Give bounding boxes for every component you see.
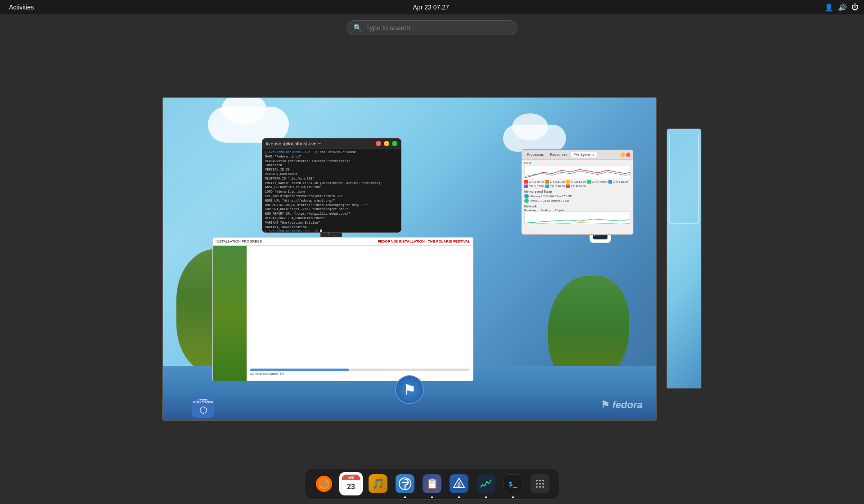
dock-item-terminal[interactable]: $_ (501, 472, 525, 495)
power-icon[interactable]: ⏻ (851, 3, 859, 11)
appgrid-svg (535, 478, 545, 489)
terminal-line: PRETTY_NAME="Fedora Linux 38 (Workstatio… (265, 181, 398, 186)
terminal-prompt-line: [liveuser@localhost-live ~]$ (265, 230, 398, 232)
cpu-section: CPU CPU1 86.7% (524, 162, 630, 188)
dock-item-appgrid[interactable] (528, 472, 552, 495)
memory-icon (524, 194, 529, 198)
terminal-line: HOME_URL="https://fedoraproject.org/" (265, 199, 398, 203)
cloud2 (503, 125, 566, 152)
terminal-line: PLATFORM_ID="platform:f38" (265, 177, 398, 181)
terminal-line: REDHAT_BUGZILLA_PRODUCT="Fedora" (265, 216, 398, 221)
memory-title: Memory and Swap (524, 190, 630, 193)
install-title: INSTALLATION PROGRESS (216, 239, 262, 243)
install-titlebar: INSTALLATION PROGRESS FEDORA 38 INSTALLA… (213, 238, 473, 246)
swap-row: Swap 1.7 GB 51 (MB) of 2.0 GB (524, 198, 630, 203)
terminal-line: LOGO=fedora-logo-icon (265, 190, 398, 194)
cpu-bar-8: CPU8 40.8% (566, 184, 586, 188)
terminal-line: ID=fedora (265, 163, 398, 168)
terminal-dock-symbol: $_ (508, 480, 517, 488)
volume-icon[interactable]: 🔊 (838, 3, 847, 12)
sysmon-tab-processes[interactable]: Processes (524, 152, 546, 158)
install-window: INSTALLATION PROGRESS FEDORA 38 INSTALLA… (212, 237, 473, 381)
svg-point-11 (539, 480, 541, 482)
rhythmbox-symbol: 🎵 (372, 478, 384, 490)
dock-item-calendar[interactable]: APR 23 (339, 472, 363, 495)
sysmon-dock-icon (477, 474, 495, 493)
terminal-min-btn[interactable] (384, 141, 389, 146)
cpu-bars: CPU1 86.7% CPU2 51.0% CPU3 13.6% CP (524, 180, 630, 188)
firefox-icon-svg (315, 475, 333, 492)
dock-item-anaconda[interactable] (447, 472, 471, 495)
search-container: 🔍 (346, 20, 518, 35)
anaconda-icon (450, 474, 468, 493)
dock-item-sysmon[interactable] (474, 472, 498, 495)
dock-item-fedora-logo[interactable] (393, 472, 417, 495)
firefox-icon-bg (315, 474, 333, 493)
sysmon-min-btn[interactable] (621, 153, 625, 157)
terminal-line: VERSION="38 (Workstation Edition Prerele… (265, 159, 398, 164)
terminal-line: DOCUMENTATION_URL="https://docs.fedorapr… (265, 203, 398, 208)
activities-button[interactable]: Activities (5, 3, 37, 12)
sysmon-tab-filesystems[interactable]: File Systems (571, 152, 597, 158)
svg-point-8 (459, 486, 460, 487)
cpu7-label: CPU7 46.5% (550, 185, 566, 188)
install-body: 23 installation tasks: 1% (213, 246, 473, 381)
sysmon-dock-svg (480, 477, 492, 490)
swap-label: Swap 1.7 GB 51 (MB) of 2.0 GB (531, 199, 569, 202)
svg-point-16 (536, 486, 538, 488)
svg-point-12 (542, 480, 544, 482)
sysmon-close-btn[interactable] (626, 153, 630, 157)
dock-item-rhythmbox[interactable]: 🎵 (366, 472, 390, 495)
memory-row: Memory 1.7 GB (64.5%) of 7.0 GB (524, 194, 630, 198)
dock-item-notes[interactable]: 📋 (420, 472, 444, 495)
install-content-area (250, 249, 469, 367)
svg-point-13 (536, 483, 538, 485)
calendar-month: APR (348, 476, 355, 479)
notes-symbol: 📋 (426, 478, 438, 490)
sysmon-window: Processes Resources File Systems CPU (521, 149, 634, 235)
terminal-line: VARIANT_ID=workstation (265, 225, 398, 230)
sysmon-controls (621, 153, 630, 157)
terminal-line: VARIANT="Workstation Edition" (265, 221, 398, 225)
svg-point-15 (542, 483, 544, 485)
terminal-max-btn[interactable] (392, 141, 397, 146)
fedora-overview-symbol: ⚑ (403, 381, 416, 398)
side-workspace-preview[interactable] (666, 128, 702, 389)
fedora-logo-svg (398, 477, 412, 490)
terminal-controls (376, 141, 397, 146)
fedora-logo-icon (396, 474, 414, 493)
install-progress-fill (250, 369, 349, 371)
network-section: Network Receiving Sending 2 inputs (524, 205, 630, 225)
cpu-bar-2: CPU2 51.0% (545, 180, 566, 184)
sysmon-tab-resources[interactable]: Resources (547, 152, 570, 158)
dock-item-firefox[interactable] (312, 472, 336, 495)
sysmon-dot (485, 496, 487, 498)
main-workspace: fedora liveuser@localhost-live:~ [liveus… (162, 97, 657, 421)
cpu1-label: CPU1 86.7% (529, 180, 544, 183)
terminal-close-btn[interactable] (376, 141, 381, 146)
sysmon-tabs: Processes Resources File Systems (524, 152, 597, 158)
svg-point-14 (539, 483, 541, 485)
calendar-day-area: 23 (342, 480, 360, 493)
search-input[interactable] (366, 24, 511, 32)
install-left-panel (213, 246, 247, 381)
topbar: Activities Apr 23 07:27 👤 🔊 ⏻ (0, 0, 864, 14)
network-title: Network (524, 205, 630, 208)
cpu8-label: CPU8 40.8% (571, 185, 586, 188)
network-graph (524, 212, 630, 225)
sysmon-titlebar: Processes Resources File Systems (522, 150, 633, 160)
terminal-line: BUG_REPORT_URL="https://bugzilla.redhat.… (265, 212, 398, 216)
clock: Apr 23 07:27 (413, 4, 449, 11)
terminal-dot (512, 496, 514, 498)
cpu-bar-7: CPU7 46.5% (545, 184, 566, 188)
cpu-graph (524, 166, 630, 179)
user-icon[interactable]: 👤 (824, 3, 833, 12)
terminal-line: VERSION_ID=38 (265, 168, 398, 172)
terminal-body: [liveuser@localhost-live ~]$ cat /etc/os… (262, 148, 401, 232)
terminal-line: SUPPORT_URL="https://ask.fedoraproject.o… (265, 207, 398, 212)
terminal-line: [liveuser@localhost-live ~]$ cat /etc/os… (265, 150, 398, 155)
fedora-overview-badge[interactable]: ⚑ (395, 375, 424, 404)
dock: APR 23 🎵 📋 (305, 468, 559, 500)
rhythmbox-icon: 🎵 (369, 474, 387, 493)
svg-point-18 (542, 486, 544, 488)
